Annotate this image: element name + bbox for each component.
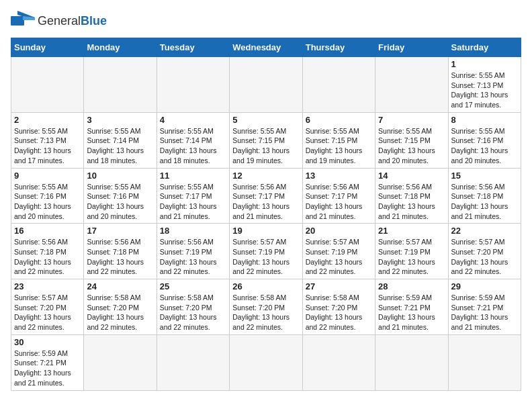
day-info: Sunrise: 5:59 AMSunset: 7:21 PMDaylight:… <box>378 293 445 332</box>
calendar-cell <box>375 334 448 390</box>
day-info: Sunrise: 5:55 AMSunset: 7:16 PMDaylight:… <box>14 182 81 222</box>
calendar-cell: 30Sunrise: 5:59 AMSunset: 7:21 PMDayligh… <box>11 334 84 390</box>
calendar-cell: 18Sunrise: 5:56 AMSunset: 7:19 PMDayligh… <box>157 224 229 279</box>
day-info: Sunrise: 5:58 AMSunset: 7:20 PMDaylight:… <box>306 293 372 332</box>
calendar-cell <box>157 334 229 390</box>
weekday-header-sunday: Sunday <box>11 38 84 57</box>
day-number: 8 <box>451 115 518 125</box>
calendar-cell: 12Sunrise: 5:56 AMSunset: 7:17 PMDayligh… <box>230 168 302 224</box>
calendar-cell: 2Sunrise: 5:55 AMSunset: 7:13 PMDaylight… <box>11 112 84 168</box>
calendar-week-5: 23Sunrise: 5:57 AMSunset: 7:20 PMDayligh… <box>11 279 521 335</box>
calendar-cell <box>375 57 448 113</box>
day-info: Sunrise: 5:58 AMSunset: 7:20 PMDaylight:… <box>160 293 226 332</box>
logo-text: GeneralBlue <box>38 14 107 28</box>
day-number: 18 <box>160 226 226 236</box>
weekday-header-wednesday: Wednesday <box>230 38 302 57</box>
day-number: 29 <box>451 281 518 291</box>
calendar-cell <box>302 334 375 390</box>
day-info: Sunrise: 5:55 AMSunset: 7:16 PMDaylight:… <box>451 126 518 166</box>
day-number: 5 <box>232 115 299 125</box>
calendar-cell: 23Sunrise: 5:57 AMSunset: 7:20 PMDayligh… <box>11 279 84 335</box>
calendar-cell <box>157 57 229 113</box>
day-number: 10 <box>87 171 153 181</box>
weekday-header-tuesday: Tuesday <box>157 38 229 57</box>
calendar-cell: 4Sunrise: 5:55 AMSunset: 7:14 PMDaylight… <box>157 112 229 168</box>
calendar-cell <box>84 57 157 113</box>
day-info: Sunrise: 5:56 AMSunset: 7:17 PMDaylight:… <box>232 182 299 222</box>
calendar-week-6: 30Sunrise: 5:59 AMSunset: 7:21 PMDayligh… <box>11 334 521 390</box>
calendar-cell: 3Sunrise: 5:55 AMSunset: 7:14 PMDaylight… <box>84 112 157 168</box>
day-info: Sunrise: 5:56 AMSunset: 7:18 PMDaylight:… <box>14 237 81 277</box>
day-info: Sunrise: 5:56 AMSunset: 7:19 PMDaylight:… <box>160 237 226 277</box>
calendar-cell: 15Sunrise: 5:56 AMSunset: 7:18 PMDayligh… <box>448 168 521 224</box>
day-number: 19 <box>232 226 299 236</box>
day-number: 12 <box>232 171 299 181</box>
day-info: Sunrise: 5:55 AMSunset: 7:15 PMDaylight:… <box>378 126 445 166</box>
svg-rect-0 <box>11 16 24 26</box>
calendar-cell: 1Sunrise: 5:55 AMSunset: 7:13 PMDaylight… <box>448 57 521 113</box>
day-number: 26 <box>232 281 299 291</box>
calendar-cell: 17Sunrise: 5:56 AMSunset: 7:18 PMDayligh… <box>84 224 157 279</box>
day-info: Sunrise: 5:55 AMSunset: 7:14 PMDaylight:… <box>160 126 226 166</box>
day-number: 17 <box>87 226 153 236</box>
calendar-cell: 8Sunrise: 5:55 AMSunset: 7:16 PMDaylight… <box>448 112 521 168</box>
day-info: Sunrise: 5:55 AMSunset: 7:15 PMDaylight:… <box>232 126 299 166</box>
day-info: Sunrise: 5:55 AMSunset: 7:14 PMDaylight:… <box>87 126 153 166</box>
calendar-cell: 6Sunrise: 5:55 AMSunset: 7:15 PMDaylight… <box>302 112 375 168</box>
calendar-cell: 21Sunrise: 5:57 AMSunset: 7:19 PMDayligh… <box>375 224 448 279</box>
day-number: 24 <box>87 281 153 291</box>
calendar-cell: 14Sunrise: 5:56 AMSunset: 7:18 PMDayligh… <box>375 168 448 224</box>
day-info: Sunrise: 5:55 AMSunset: 7:17 PMDaylight:… <box>160 182 226 222</box>
calendar-cell: 27Sunrise: 5:58 AMSunset: 7:20 PMDayligh… <box>302 279 375 335</box>
day-info: Sunrise: 5:56 AMSunset: 7:18 PMDaylight:… <box>378 182 445 222</box>
calendar-cell: 11Sunrise: 5:55 AMSunset: 7:17 PMDayligh… <box>157 168 229 224</box>
weekday-header-row: SundayMondayTuesdayWednesdayThursdayFrid… <box>11 38 521 57</box>
calendar-week-4: 16Sunrise: 5:56 AMSunset: 7:18 PMDayligh… <box>11 224 521 279</box>
day-number: 27 <box>306 281 372 291</box>
day-number: 22 <box>451 226 518 236</box>
day-number: 4 <box>160 115 226 125</box>
calendar-cell: 9Sunrise: 5:55 AMSunset: 7:16 PMDaylight… <box>11 168 84 224</box>
day-number: 1 <box>451 59 518 69</box>
day-number: 30 <box>14 337 81 347</box>
day-number: 15 <box>451 171 518 181</box>
day-number: 16 <box>14 226 81 236</box>
calendar-cell: 7Sunrise: 5:55 AMSunset: 7:15 PMDaylight… <box>375 112 448 168</box>
day-info: Sunrise: 5:55 AMSunset: 7:15 PMDaylight:… <box>306 126 372 166</box>
calendar-cell: 19Sunrise: 5:57 AMSunset: 7:19 PMDayligh… <box>230 224 302 279</box>
calendar-cell: 20Sunrise: 5:57 AMSunset: 7:19 PMDayligh… <box>302 224 375 279</box>
day-number: 23 <box>14 281 81 291</box>
day-info: Sunrise: 5:59 AMSunset: 7:21 PMDaylight:… <box>451 293 518 332</box>
calendar-cell <box>302 57 375 113</box>
calendar-cell <box>230 57 302 113</box>
day-number: 28 <box>378 281 445 291</box>
day-number: 3 <box>87 115 153 125</box>
logo: GeneralBlue <box>11 11 107 31</box>
calendar-cell <box>11 57 84 113</box>
calendar-cell <box>230 334 302 390</box>
calendar-cell: 10Sunrise: 5:55 AMSunset: 7:16 PMDayligh… <box>84 168 157 224</box>
day-number: 7 <box>378 115 445 125</box>
day-info: Sunrise: 5:58 AMSunset: 7:20 PMDaylight:… <box>87 293 153 332</box>
calendar-cell <box>84 334 157 390</box>
calendar-cell: 24Sunrise: 5:58 AMSunset: 7:20 PMDayligh… <box>84 279 157 335</box>
calendar-cell <box>448 334 521 390</box>
calendar-cell: 16Sunrise: 5:56 AMSunset: 7:18 PMDayligh… <box>11 224 84 279</box>
day-number: 6 <box>306 115 372 125</box>
day-info: Sunrise: 5:57 AMSunset: 7:19 PMDaylight:… <box>378 237 445 277</box>
calendar-week-2: 2Sunrise: 5:55 AMSunset: 7:13 PMDaylight… <box>11 112 521 168</box>
day-number: 2 <box>14 115 81 125</box>
calendar-cell: 29Sunrise: 5:59 AMSunset: 7:21 PMDayligh… <box>448 279 521 335</box>
calendar-week-3: 9Sunrise: 5:55 AMSunset: 7:16 PMDaylight… <box>11 168 521 224</box>
calendar-cell: 5Sunrise: 5:55 AMSunset: 7:15 PMDaylight… <box>230 112 302 168</box>
day-info: Sunrise: 5:59 AMSunset: 7:21 PMDaylight:… <box>14 349 81 388</box>
calendar-table: SundayMondayTuesdayWednesdayThursdayFrid… <box>11 38 521 391</box>
weekday-header-friday: Friday <box>375 38 448 57</box>
day-info: Sunrise: 5:55 AMSunset: 7:13 PMDaylight:… <box>451 71 518 110</box>
day-number: 14 <box>378 171 445 181</box>
day-number: 25 <box>160 281 226 291</box>
logo-icon <box>11 11 35 31</box>
calendar-cell: 22Sunrise: 5:57 AMSunset: 7:20 PMDayligh… <box>448 224 521 279</box>
day-info: Sunrise: 5:55 AMSunset: 7:16 PMDaylight:… <box>87 182 153 222</box>
day-info: Sunrise: 5:57 AMSunset: 7:19 PMDaylight:… <box>306 237 372 277</box>
